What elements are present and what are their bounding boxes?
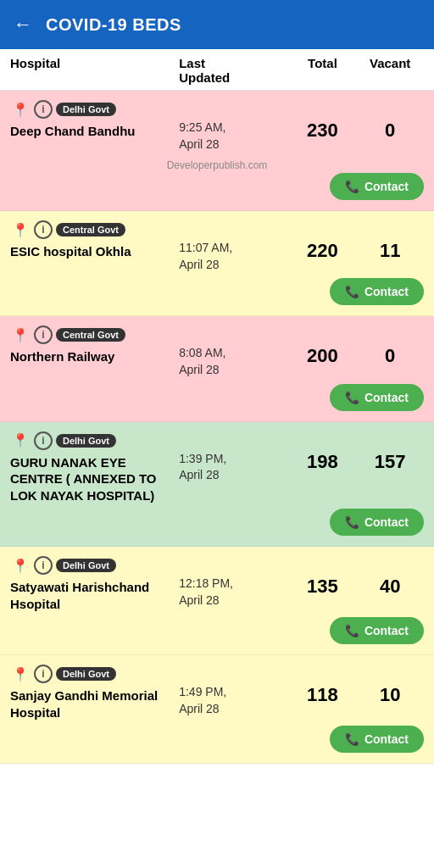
watermark: Developerpublish.com <box>10 158 424 173</box>
hospital-info-5: 📍 i Delhi Govt Satyawati Harishchand Hso… <box>10 555 179 612</box>
col-vacant: Vacant <box>356 56 424 85</box>
pin-icon-2[interactable]: 📍 <box>10 220 31 240</box>
info-icon-6[interactable]: i <box>34 665 53 683</box>
app-header: ← COVID-19 BEDS <box>0 0 434 49</box>
info-icon-1[interactable]: i <box>34 100 53 119</box>
hospital-name-4: GURU NANAK EYE CENTRE ( ANNEXED TO LOK N… <box>10 454 179 504</box>
phone-icon-5: 📞 <box>345 624 359 637</box>
contact-button-1[interactable]: 📞 Contact <box>330 173 424 200</box>
gov-badge-3: Central Govt <box>56 328 125 342</box>
contact-button-2[interactable]: 📞 Contact <box>330 278 424 305</box>
phone-icon-4: 📞 <box>345 515 359 529</box>
contact-label-5: Contact <box>364 624 409 637</box>
total-4: 198 <box>289 431 357 473</box>
hospital-info-2: 📍 i Central Govt ESIC hospital Okhla <box>10 220 179 260</box>
pin-icon-1[interactable]: 📍 <box>10 99 31 120</box>
last-updated-3: 8:08 AM,April 28 <box>179 325 288 378</box>
row-bottom-1: 📞 Contact <box>10 173 424 200</box>
hospital-info-1: 📍 i Delhi Govt Deep Chand Bandhu <box>10 99 179 140</box>
phone-icon-3: 📞 <box>345 391 359 404</box>
info-icon-3[interactable]: i <box>34 326 53 344</box>
hospital-row-6: 📍 i Delhi Govt Sanjay Gandhi Memorial Ho… <box>0 655 434 764</box>
info-icon-4[interactable]: i <box>34 431 53 450</box>
pin-icon-5[interactable]: 📍 <box>10 555 31 576</box>
contact-button-6[interactable]: 📞 Contact <box>330 726 424 753</box>
hospital-info-3: 📍 i Central Govt Northern Railway <box>10 325 179 365</box>
col-hospital: Hospital <box>10 56 179 85</box>
hospital-row-2: 📍 i Central Govt ESIC hospital Okhla 11:… <box>0 211 434 316</box>
vacant-5: 40 <box>356 555 424 598</box>
info-icon-2[interactable]: i <box>34 220 53 239</box>
hospital-name-1: Deep Chand Bandhu <box>10 123 179 140</box>
hospital-name-2: ESIC hospital Okhla <box>10 243 179 260</box>
back-button[interactable]: ← <box>14 14 32 36</box>
last-updated-1: 9:25 AM,April 28 <box>179 99 288 153</box>
hospital-row-4: 📍 i Delhi Govt GURU NANAK EYE CENTRE ( A… <box>0 422 434 548</box>
hospital-info-4: 📍 i Delhi Govt GURU NANAK EYE CENTRE ( A… <box>10 431 179 504</box>
last-updated-5: 12:18 PM,April 28 <box>179 555 288 609</box>
total-2: 220 <box>289 220 357 262</box>
last-updated-4: 1:39 PM,April 28 <box>179 431 288 484</box>
gov-badge-4: Delhi Govt <box>56 434 116 448</box>
contact-label-1: Contact <box>364 180 409 193</box>
row-bottom-2: 📞 Contact <box>10 278 424 305</box>
hospital-icons-3: 📍 i Central Govt <box>10 325 179 345</box>
last-updated-6: 1:49 PM,April 28 <box>179 664 288 717</box>
hospital-name-5: Satyawati Harishchand Hsopital <box>10 579 179 612</box>
last-updated-2: 11:07 AM,April 28 <box>179 220 288 273</box>
pin-icon-4[interactable]: 📍 <box>10 431 31 451</box>
hospital-row-3: 📍 i Central Govt Northern Railway 8:08 A… <box>0 316 434 421</box>
total-1: 230 <box>289 99 357 142</box>
page-title: COVID-19 BEDS <box>46 15 181 35</box>
phone-icon-6: 📞 <box>345 732 359 746</box>
vacant-6: 10 <box>356 664 424 706</box>
pin-icon-3[interactable]: 📍 <box>10 325 31 345</box>
phone-icon-1: 📞 <box>345 180 359 193</box>
contact-label-4: Contact <box>364 515 409 529</box>
gov-badge-5: Delhi Govt <box>56 559 116 572</box>
gov-badge-6: Delhi Govt <box>56 667 116 681</box>
vacant-3: 0 <box>356 325 424 367</box>
vacant-1: 0 <box>356 99 424 142</box>
col-total: Total <box>289 56 357 85</box>
info-icon-5[interactable]: i <box>34 556 53 575</box>
contact-button-3[interactable]: 📞 Contact <box>330 384 424 411</box>
hospitals-list: 📍 i Delhi Govt Deep Chand Bandhu 9:25 AM… <box>0 91 434 764</box>
total-3: 200 <box>289 325 357 367</box>
hospital-info-6: 📍 i Delhi Govt Sanjay Gandhi Memorial Ho… <box>10 664 179 721</box>
hospital-row-5: 📍 i Delhi Govt Satyawati Harishchand Hso… <box>0 547 434 655</box>
contact-label-6: Contact <box>364 732 409 746</box>
row-bottom-6: 📞 Contact <box>10 726 424 753</box>
phone-icon-2: 📞 <box>345 285 359 298</box>
contact-button-4[interactable]: 📞 Contact <box>330 509 424 536</box>
table-header: Hospital Last Updated Total Vacant <box>0 49 434 91</box>
hospital-icons-2: 📍 i Central Govt <box>10 220 179 240</box>
row-bottom-3: 📞 Contact <box>10 384 424 411</box>
gov-badge-2: Central Govt <box>56 223 125 236</box>
total-6: 118 <box>289 664 357 706</box>
row-bottom-4: 📞 Contact <box>10 509 424 536</box>
row-bottom-5: 📞 Contact <box>10 617 424 644</box>
gov-badge-1: Delhi Govt <box>56 103 116 116</box>
pin-icon-6[interactable]: 📍 <box>10 664 31 684</box>
vacant-2: 11 <box>356 220 424 262</box>
col-last-updated: Last Updated <box>179 56 288 85</box>
hospital-icons-4: 📍 i Delhi Govt <box>10 431 179 451</box>
contact-button-5[interactable]: 📞 Contact <box>330 617 424 644</box>
hospital-icons-6: 📍 i Delhi Govt <box>10 664 179 684</box>
hospital-name-3: Northern Railway <box>10 348 179 365</box>
contact-label-3: Contact <box>364 391 409 404</box>
hospital-name-6: Sanjay Gandhi Memorial Hospital <box>10 687 179 721</box>
contact-label-2: Contact <box>364 285 409 298</box>
total-5: 135 <box>289 555 357 598</box>
hospital-icons-1: 📍 i Delhi Govt <box>10 99 179 120</box>
hospital-row-1: 📍 i Delhi Govt Deep Chand Bandhu 9:25 AM… <box>0 91 434 211</box>
vacant-4: 157 <box>356 431 424 473</box>
hospital-icons-5: 📍 i Delhi Govt <box>10 555 179 576</box>
